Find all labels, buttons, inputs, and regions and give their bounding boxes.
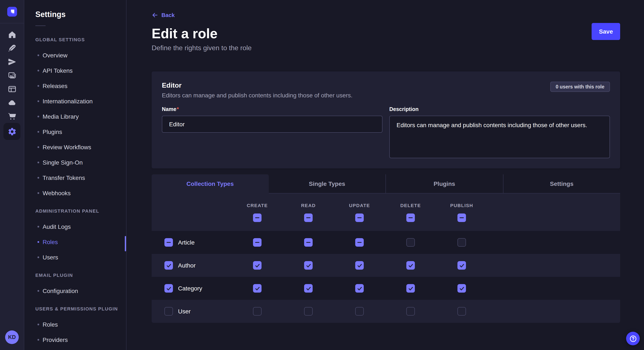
article-read-indeterminate[interactable]	[304, 238, 313, 247]
help-button[interactable]	[626, 332, 640, 345]
paper-plane-icon[interactable]	[5, 55, 19, 68]
article-publish-unchecked[interactable]	[458, 238, 466, 247]
author-create-checked[interactable]	[253, 261, 262, 270]
user-update-unchecked[interactable]	[355, 307, 364, 316]
sidebar-item-plugins[interactable]: Plugins	[24, 124, 126, 140]
page-subtitle: Define the rights given to the role	[152, 43, 620, 53]
sidebar-item-users[interactable]: Users	[24, 250, 126, 265]
author-update-checked[interactable]	[355, 261, 364, 270]
sidebar-item-label: Transfer Tokens	[42, 174, 85, 181]
sidebar-item-configuration[interactable]: Configuration	[24, 283, 126, 299]
back-link[interactable]: Back	[152, 12, 175, 18]
permissions-table: CREATEREADUPDATEDELETEPUBLISH ArticleAut…	[152, 193, 620, 323]
category-delete-checked[interactable]	[406, 284, 415, 293]
role-details-card: 0 users with this role Editor Editors ca…	[152, 71, 620, 169]
sidebar-item-single-sign-on[interactable]: Single Sign-On	[24, 155, 126, 170]
name-input[interactable]	[162, 116, 382, 133]
sidebar-item-label: Review Workflows	[42, 144, 91, 151]
author-delete-checked[interactable]	[406, 261, 415, 270]
layout-icon[interactable]	[5, 82, 19, 96]
sidebar-item-label: API Tokens	[42, 67, 72, 74]
sidebar-item-overview[interactable]: Overview	[24, 48, 126, 63]
sidebar-item-api-tokens[interactable]: API Tokens	[24, 63, 126, 78]
select-all-publish-indeterminate[interactable]	[458, 213, 466, 222]
bullet-icon	[38, 162, 39, 163]
tab-collection-types[interactable]: Collection Types	[152, 174, 268, 193]
sidebar-item-releases[interactable]: Releases	[24, 78, 126, 94]
article-delete-unchecked[interactable]	[406, 238, 415, 247]
tab-single-types[interactable]: Single Types	[268, 174, 386, 193]
row-user-unchecked[interactable]	[164, 307, 173, 316]
bullet-icon	[38, 100, 39, 102]
user-avatar[interactable]: KD	[5, 331, 19, 344]
user-delete-unchecked[interactable]	[406, 307, 415, 316]
sidebar-item-webhooks[interactable]: Webhooks	[24, 185, 126, 201]
settings-gear-icon[interactable]	[4, 123, 20, 140]
sidebar-item-roles[interactable]: Roles	[24, 317, 126, 332]
row-article-indeterminate[interactable]	[164, 238, 173, 247]
sidebar-item-review-workflows[interactable]: Review Workflows	[24, 140, 126, 155]
select-all-delete-indeterminate[interactable]	[406, 213, 415, 222]
tab-label: Settings	[550, 180, 573, 187]
title-divider	[35, 25, 46, 26]
tab-plugins[interactable]: Plugins	[386, 174, 503, 193]
strapi-admin-app: KD Settings GLOBAL SETTINGSOverviewAPI T…	[0, 0, 644, 350]
article-create-indeterminate[interactable]	[253, 238, 262, 247]
indeterminate-dash	[357, 217, 362, 218]
select-all-read-indeterminate[interactable]	[304, 213, 313, 222]
media-library-icon[interactable]	[5, 68, 19, 82]
strapi-logo[interactable]	[7, 6, 17, 16]
description-textarea[interactable]	[389, 116, 610, 158]
author-read-checked[interactable]	[304, 261, 313, 270]
sidebar-item-internationalization[interactable]: Internationalization	[24, 94, 126, 109]
sidebar-item-media-library[interactable]: Media Library	[24, 109, 126, 124]
marketplace-cart-icon[interactable]	[5, 109, 19, 123]
bullet-icon	[38, 116, 39, 117]
category-update-checked[interactable]	[355, 284, 364, 293]
user-read-unchecked[interactable]	[304, 307, 313, 316]
category-publish-checked[interactable]	[458, 284, 466, 293]
user-create-unchecked[interactable]	[253, 307, 262, 316]
sidebar-item-label: Plugins	[42, 128, 62, 135]
sidebar-item-roles[interactable]: Roles	[24, 234, 126, 250]
permission-row-category: Category	[152, 277, 620, 300]
sidebar-item-audit-logs[interactable]: Audit Logs	[24, 219, 126, 234]
bullet-icon	[38, 241, 39, 243]
sidebar-item-providers[interactable]: Providers	[24, 332, 126, 348]
sidebar-item-label: Media Library	[42, 113, 79, 120]
category-create-checked[interactable]	[253, 284, 262, 293]
row-category-checked[interactable]	[164, 284, 173, 293]
bullet-icon	[38, 85, 39, 87]
sidebar-item-label: Audit Logs	[42, 223, 71, 230]
row-label-cell: Article	[152, 238, 232, 247]
sidebar-item-label: Roles	[42, 239, 58, 245]
select-all-create-indeterminate[interactable]	[253, 213, 262, 222]
indeterminate-dash	[460, 217, 464, 218]
indeterminate-dash	[255, 242, 260, 243]
sidebar-section-administration-panel: ADMINISTRATION PANELAudit LogsRolesUsers	[24, 208, 126, 265]
sidebar-section-header: GLOBAL SETTINGS	[35, 37, 126, 42]
permission-row-article: Article	[152, 231, 620, 254]
user-publish-unchecked[interactable]	[458, 307, 466, 316]
sidebar-item-transfer-tokens[interactable]: Transfer Tokens	[24, 170, 126, 185]
article-update-indeterminate[interactable]	[355, 238, 364, 247]
tab-settings[interactable]: Settings	[503, 174, 620, 193]
name-field-label: Name*	[162, 106, 382, 112]
main-content: Back Edit a role Define the rights given…	[126, 0, 644, 350]
indeterminate-dash	[306, 217, 310, 218]
save-button[interactable]: Save	[592, 23, 620, 40]
bullet-icon	[38, 339, 39, 341]
row-author-checked[interactable]	[164, 261, 173, 270]
cloud-icon[interactable]	[5, 96, 19, 109]
sidebar-item-label: Releases	[42, 82, 68, 89]
category-read-checked[interactable]	[304, 284, 313, 293]
row-label-cell: Category	[152, 284, 232, 293]
back-arrow-icon	[152, 12, 158, 18]
home-icon[interactable]	[5, 28, 19, 41]
feather-icon[interactable]	[5, 41, 19, 55]
column-header-publish: PUBLISH	[450, 203, 473, 208]
select-all-update-indeterminate[interactable]	[355, 213, 364, 222]
permissions-header: CREATEREADUPDATEDELETEPUBLISH	[152, 193, 620, 231]
row-label-cell: User	[152, 307, 232, 316]
author-publish-checked[interactable]	[458, 261, 466, 270]
